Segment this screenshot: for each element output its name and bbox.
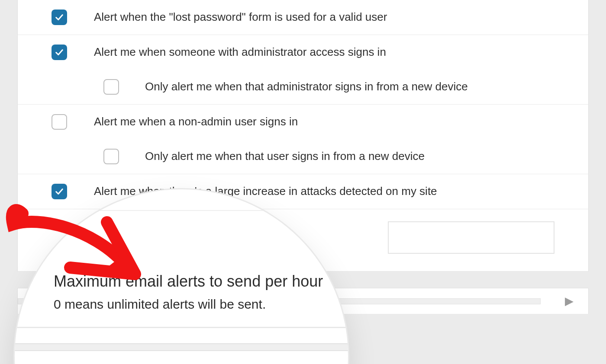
option-label: Alert me when a non-admin user signs in [94,115,298,129]
checkbox-attacks[interactable] [52,184,67,199]
checkbox-nonadmin-signin[interactable] [52,114,67,130]
magnifier-scroll-track [15,343,348,351]
checkbox-admin-signin[interactable] [52,45,67,60]
option-row-admin-new-device: Only alert me when that administrator si… [18,70,588,105]
magnifier-divider [15,327,348,328]
scroll-right-icon[interactable]: ▶ [565,294,574,308]
check-icon [55,48,64,57]
option-row-admin-signin: Alert me when someone with administrator… [18,35,588,70]
option-label: Alert when the "lost password" form is u… [94,10,387,25]
option-label: Alert me when someone with administrator… [94,45,386,60]
checkbox-admin-new-device[interactable] [103,79,119,95]
option-row-nonadmin-signin: Alert me when a non-admin user signs in [18,105,588,139]
option-row-nonadmin-new-device: Only alert me when that user signs in fr… [18,139,588,174]
max-alerts-subtitle: 0 means unlimited alerts will be sent. [54,297,348,312]
checkbox-nonadmin-new-device[interactable] [103,149,119,164]
option-label: Only alert me when that user signs in fr… [145,149,425,164]
checkbox-lost-password[interactable] [52,10,67,25]
option-row-attacks: Alert me when there's a large increase i… [18,174,588,209]
option-label: Only alert me when that administrator si… [145,80,468,94]
check-icon [55,187,64,196]
max-alerts-input[interactable] [388,221,554,254]
max-alerts-title: Maximum email alerts to send per hour [54,271,348,291]
option-row-lost-password: Alert when the "lost password" form is u… [18,0,588,35]
check-icon [55,13,64,22]
